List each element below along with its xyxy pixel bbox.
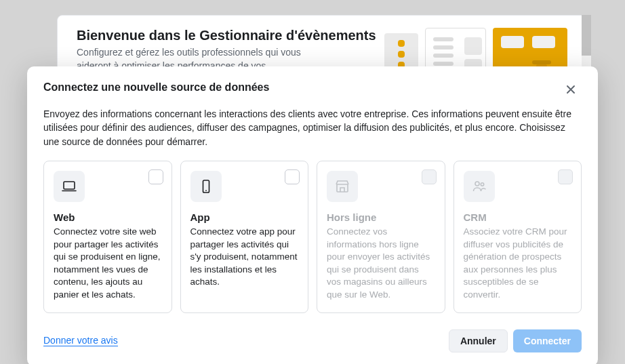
- option-description: Connectez votre site web pour partager l…: [54, 226, 162, 302]
- option-title: Hors ligne: [327, 211, 435, 223]
- option-description: Connectez votre app pour partager les ac…: [190, 226, 299, 289]
- svg-rect-0: [64, 182, 75, 189]
- modal-description: Envoyez des informations concernant les …: [43, 107, 582, 148]
- option-description: Connectez vos informations hors ligne po…: [327, 226, 435, 302]
- people-icon: [471, 178, 487, 195]
- close-icon: [565, 84, 576, 95]
- option-app[interactable]: App Connectez votre app pour partager le…: [180, 161, 309, 313]
- laptop-icon: [61, 178, 77, 195]
- modal-title: Connectez une nouvelle source de données: [43, 81, 269, 94]
- option-description: Associez votre CRM pour diffuser vos pub…: [464, 226, 572, 302]
- phone-icon: [198, 178, 214, 195]
- option-title: CRM: [464, 211, 572, 223]
- option-checkbox: [422, 169, 437, 184]
- option-checkbox[interactable]: [285, 169, 300, 184]
- option-web[interactable]: Web Connectez votre site web pour partag…: [43, 161, 172, 313]
- feedback-link[interactable]: Donner votre avis: [43, 335, 118, 346]
- welcome-title: Bienvenue dans le Gestionnaire d'évèneme…: [77, 28, 376, 43]
- connect-button[interactable]: Connecter: [513, 329, 582, 352]
- svg-point-3: [475, 182, 479, 186]
- option-checkbox: [558, 169, 573, 184]
- cancel-button[interactable]: Annuler: [449, 329, 508, 352]
- option-checkbox[interactable]: [148, 169, 163, 184]
- scrollbar-thumb[interactable]: [582, 15, 591, 56]
- option-title: App: [190, 211, 299, 223]
- data-source-options: Web Connectez votre site web pour partag…: [43, 161, 582, 313]
- option-title: Web: [54, 211, 162, 223]
- storefront-icon: [334, 178, 350, 195]
- svg-point-4: [481, 183, 483, 186]
- svg-point-2: [205, 190, 207, 191]
- option-crm: CRM Associez votre CRM pour diffuser vos…: [453, 161, 582, 313]
- close-button[interactable]: [560, 79, 582, 100]
- option-offline: Hors ligne Connectez vos informations ho…: [317, 161, 445, 313]
- connect-data-source-modal: Connectez une nouvelle source de données…: [27, 66, 598, 364]
